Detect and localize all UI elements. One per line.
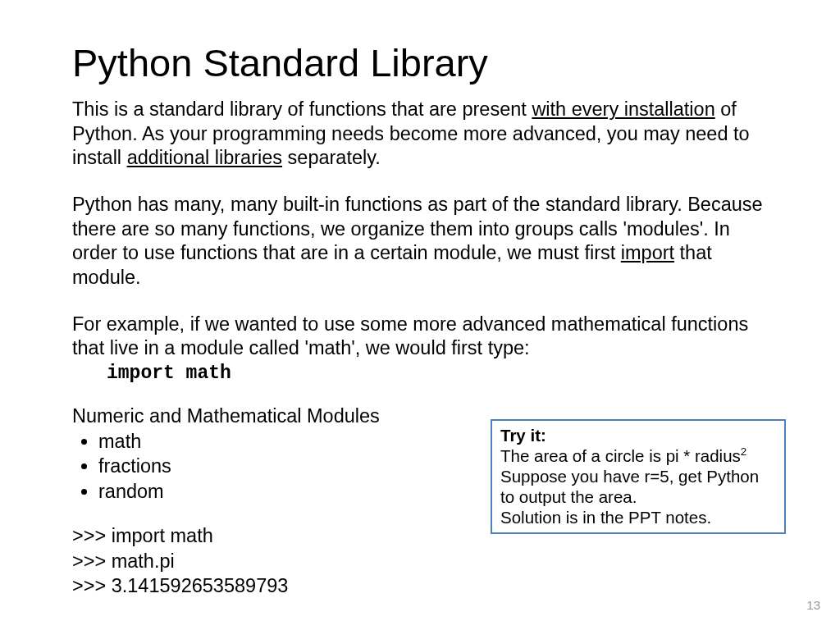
- repl-line: >>> math.pi: [72, 549, 776, 574]
- repl-block: >>> import math >>> math.pi >>> 3.141592…: [72, 523, 776, 599]
- callout-line: The area of a circle is pi * radius: [500, 446, 741, 465]
- text-segment: This is a standard library of functions …: [72, 98, 532, 120]
- underline-every-installation: with every installation: [532, 98, 714, 120]
- underline-import: import: [621, 242, 674, 263]
- underline-additional-libraries: additional libraries: [127, 147, 282, 168]
- paragraph-example: For example, if we wanted to use some mo…: [72, 313, 776, 361]
- callout-line: Suppose you have r=5, get Python to outp…: [500, 467, 759, 506]
- callout-line: Solution is in the PPT notes.: [500, 508, 711, 527]
- try-it-callout: Try it: The area of a circle is pi * rad…: [491, 419, 786, 534]
- superscript-2: 2: [741, 445, 746, 458]
- code-import-math: import math: [107, 363, 776, 384]
- paragraph-modules: Python has many, many built-in functions…: [72, 193, 776, 290]
- slide-title: Python Standard Library: [72, 43, 776, 83]
- callout-heading: Try it:: [500, 426, 546, 445]
- slide: Python Standard Library This is a standa…: [0, 0, 840, 630]
- paragraph-intro: This is a standard library of functions …: [72, 98, 776, 170]
- text-segment: separately.: [282, 147, 381, 168]
- repl-line: >>> 3.141592653589793: [72, 573, 776, 599]
- page-number: 13: [806, 598, 820, 612]
